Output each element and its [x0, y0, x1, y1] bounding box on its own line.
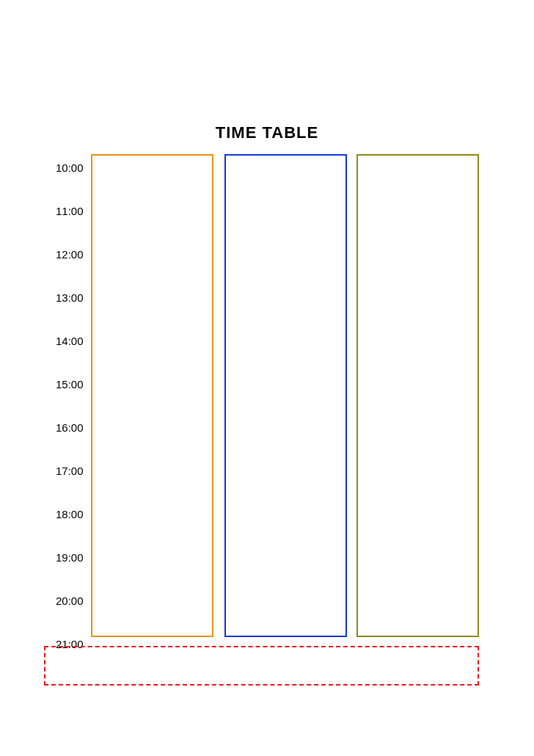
time-label: 11:00 — [56, 205, 84, 217]
page-title: TIME TABLE — [0, 123, 534, 142]
time-label: 15:00 — [56, 378, 84, 390]
time-label: 16:00 — [56, 421, 84, 434]
column-2 — [224, 154, 347, 637]
column-1 — [91, 154, 213, 637]
time-label: 12:00 — [56, 248, 84, 261]
time-label: 14:00 — [56, 335, 84, 347]
time-label: 17:00 — [56, 465, 84, 477]
footer-box — [44, 646, 479, 686]
time-label: 19:00 — [56, 551, 84, 564]
time-label: 18:00 — [56, 508, 84, 520]
time-label: 20:00 — [56, 595, 84, 607]
time-label: 10:00 — [56, 161, 84, 174]
time-label: 13:00 — [56, 291, 84, 304]
column-3 — [356, 154, 479, 637]
